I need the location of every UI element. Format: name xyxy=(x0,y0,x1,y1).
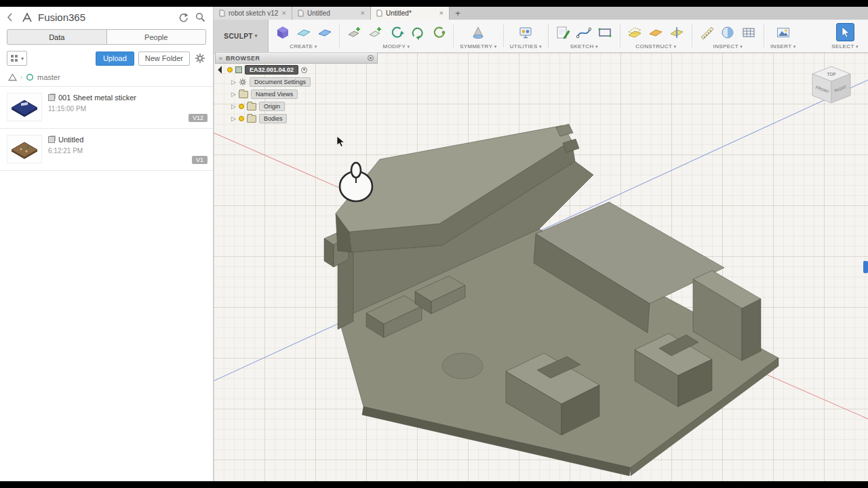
collapsed-triangle-icon[interactable]: ▷ xyxy=(231,116,236,122)
document-tab-label: Untitled* xyxy=(386,9,412,17)
insert-image-icon[interactable] xyxy=(774,24,791,41)
new-folder-button[interactable]: New Folder xyxy=(138,52,190,66)
tab-data[interactable]: Data xyxy=(7,30,106,44)
refresh-icon[interactable] xyxy=(177,12,189,24)
document-tab[interactable]: Untitled × xyxy=(292,7,371,20)
upload-button[interactable]: Upload xyxy=(96,52,134,66)
file-type-cube-icon xyxy=(48,94,55,101)
document-tab-active[interactable]: Untitled* × xyxy=(371,7,450,20)
car-body-model[interactable] xyxy=(324,124,778,476)
node-label[interactable]: Bodies xyxy=(259,114,288,123)
app-window: Fusion365 Data People ▾ Upload New Fold xyxy=(0,0,868,488)
toolbar-group-label[interactable]: CONSTRUCT xyxy=(635,43,676,49)
toolbar-group-select: SELECT xyxy=(826,20,864,52)
list-item[interactable]: 001 Sheet metal sticker 11:15:00 PM V12 xyxy=(0,87,213,129)
close-icon[interactable]: × xyxy=(361,9,365,17)
breadcrumb-separator: › xyxy=(20,74,22,81)
merge-edge-icon[interactable] xyxy=(409,24,426,41)
create-box-icon[interactable] xyxy=(274,24,291,41)
activate-component-icon[interactable] xyxy=(301,67,307,73)
browser-header[interactable]: « BROWSER xyxy=(215,53,378,64)
sculpt-mode-button[interactable]: SCULPT xyxy=(214,20,269,52)
settings-gear-icon[interactable] xyxy=(194,52,206,64)
version-badge: V1 xyxy=(192,156,208,164)
toolbar-group-modify: MODIFY xyxy=(340,20,452,52)
select-cursor-icon[interactable] xyxy=(836,23,854,41)
breadcrumb-root-label[interactable]: master xyxy=(37,73,60,81)
new-tab-button[interactable]: + xyxy=(450,7,466,20)
panel-pin-icon[interactable] xyxy=(368,55,374,61)
canvas-scrollbar-thumb[interactable] xyxy=(863,261,868,273)
visibility-bulb-icon[interactable] xyxy=(239,104,244,109)
toolbar-group-label[interactable]: MODIFY xyxy=(383,43,410,49)
visibility-bulb-icon[interactable] xyxy=(227,67,233,73)
collapsed-triangle-icon[interactable]: ▷ xyxy=(231,79,236,85)
grid-display-icon[interactable] xyxy=(741,24,757,41)
browser-node-document-settings[interactable]: ▷ Document Settings xyxy=(215,76,378,88)
section-analysis-icon[interactable] xyxy=(719,24,736,41)
toolbar-group-insert: INSERT xyxy=(765,20,802,52)
document-icon xyxy=(376,9,382,17)
project-triangle-icon[interactable] xyxy=(8,73,17,81)
toolbar-group-create: CREATE xyxy=(269,20,338,52)
insert-edge-icon[interactable] xyxy=(367,24,384,41)
view-toggle-button[interactable]: ▾ xyxy=(7,51,27,66)
toolbar-group-label[interactable]: CREATE xyxy=(290,43,317,49)
rectangle-sketch-icon[interactable] xyxy=(597,24,614,41)
root-node-label[interactable]: EA32.001.04.02 xyxy=(245,65,298,75)
viewcube-top-label[interactable]: TOP xyxy=(827,72,836,77)
component-icon xyxy=(235,66,242,73)
toolbar-group-label[interactable]: INSPECT xyxy=(713,43,743,49)
create-sketch-icon[interactable] xyxy=(555,24,572,41)
utilities-monitor-icon[interactable] xyxy=(517,24,534,41)
spline-icon[interactable] xyxy=(576,24,593,41)
mirror-symmetry-icon[interactable] xyxy=(470,24,487,41)
file-time: 11:15:00 PM xyxy=(48,105,136,113)
branch-circle-icon[interactable] xyxy=(26,73,34,81)
document-tab-label: Untitled xyxy=(307,9,330,17)
create-plane-icon[interactable] xyxy=(316,24,333,41)
node-label[interactable]: Origin xyxy=(259,102,285,111)
canvas-viewport[interactable]: « BROWSER EA32.001.04.02 ▷ Document Sett… xyxy=(214,53,868,481)
toolbar-group-label[interactable]: SYMMETRY xyxy=(460,43,497,49)
collapse-panel-icon[interactable]: « xyxy=(219,55,222,62)
breadcrumb: › master xyxy=(8,73,205,81)
app-title: Fusion365 xyxy=(38,12,85,23)
back-chevron-icon[interactable] xyxy=(4,12,16,24)
visibility-bulb-icon[interactable] xyxy=(239,116,244,121)
toolbar-group-label[interactable]: SELECT xyxy=(831,43,859,49)
edit-form-icon[interactable] xyxy=(346,24,363,41)
subdivide-icon[interactable] xyxy=(388,24,405,41)
toolbar-group-utilities: UTILITIES xyxy=(505,20,547,52)
close-icon[interactable]: × xyxy=(282,9,286,17)
offset-plane-icon[interactable] xyxy=(627,24,644,41)
node-label[interactable]: Named Views xyxy=(251,89,298,99)
toolbar-separator xyxy=(620,24,620,47)
document-tab[interactable]: robot sketch v12 × xyxy=(214,7,292,20)
browser-node-bodies[interactable]: ▷ Bodies xyxy=(215,113,378,125)
search-icon[interactable] xyxy=(194,12,206,24)
toolbar-group-label[interactable]: INSERT xyxy=(770,43,796,49)
browser-root-node[interactable]: EA32.001.04.02 xyxy=(215,64,378,76)
file-type-cube-icon xyxy=(48,136,55,143)
browser-node-origin[interactable]: ▷ Origin xyxy=(215,100,378,113)
view-cube[interactable]: TOP FRONT RIGHT xyxy=(806,61,857,113)
toolbar-group-label[interactable]: SKETCH xyxy=(570,43,598,49)
tangent-plane-icon[interactable] xyxy=(648,24,665,41)
create-face-icon[interactable] xyxy=(295,24,312,41)
tab-people[interactable]: People xyxy=(106,30,206,44)
folder-icon xyxy=(239,91,248,98)
expanded-triangle-icon[interactable] xyxy=(218,66,225,73)
measure-icon[interactable] xyxy=(698,24,715,41)
node-label[interactable]: Document Settings xyxy=(250,77,311,87)
collapsed-triangle-icon[interactable]: ▷ xyxy=(231,92,236,98)
cursor-arrow-icon xyxy=(336,136,346,148)
midplane-icon[interactable] xyxy=(669,24,686,41)
file-time: 6:12:21 PM xyxy=(48,147,83,155)
toolbar-group-label[interactable]: UTILITIES xyxy=(510,43,542,49)
close-icon[interactable]: × xyxy=(439,9,443,17)
bevel-edge-icon[interactable] xyxy=(430,24,447,41)
list-item[interactable]: Untitled 6:12:21 PM V1 xyxy=(0,129,213,171)
collapsed-triangle-icon[interactable]: ▷ xyxy=(231,104,236,110)
browser-node-named-views[interactable]: ▷ Named Views xyxy=(215,88,378,100)
